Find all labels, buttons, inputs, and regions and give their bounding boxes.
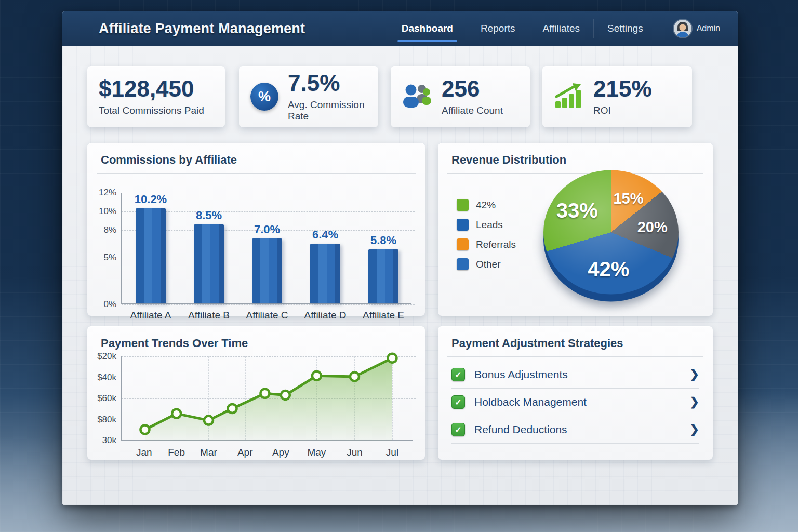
strategy-label: Refund Deductions [474,423,567,436]
bar [194,224,224,303]
legend-swatch [457,199,469,211]
line-x-label: Jun [347,447,363,458]
bar-y-tick-label: 10% [99,206,116,217]
kpi-avg-commission-rate: % 7.5% Avg. Commission Rate [239,66,378,127]
bar [136,208,166,303]
percent-icon: % [250,83,278,111]
bar [310,244,340,303]
line-x-label: Apr [237,447,253,458]
kpi-value: 256 [442,77,503,101]
divider [97,173,416,174]
checkbox-checked-icon[interactable]: ✓ [451,423,465,436]
kpi-label: Affiliate Count [442,105,503,116]
line-chart-svg [122,356,414,441]
tab-affiliates[interactable]: Affiliates [529,19,593,38]
line-x-label: Mar [200,447,217,458]
checkbox-checked-icon[interactable]: ✓ [451,368,465,381]
legend-item: 42% [457,199,516,211]
bar [252,238,282,303]
kpi-total-commissions: $128,450 Total Commissions Paid [87,66,225,127]
strategy-row-bonus-adjustments[interactable]: ✓ Bonus Adjustments ❯ [451,361,699,389]
bar-value-label: 5.8% [370,234,396,247]
pie-slice-label: 42% [588,257,629,281]
kpi-roi: 215% ROI [542,66,692,127]
line-y-tick-label: $20k [97,351,116,362]
legend-label: 42% [476,200,496,211]
line-x-label: Apy [272,447,289,458]
line-x-label: May [307,447,326,458]
line-x-label: Jan [136,447,152,458]
kpi-value: $128,450 [99,77,204,101]
pie-slice-label: 20% [637,218,668,235]
bar [368,249,398,303]
tab-reports[interactable]: Reports [467,19,529,38]
main-nav: Dashboard Reports Affiliates Settings Ad… [388,11,720,46]
legend-label: Leads [476,219,503,231]
line-gridline [122,441,416,441]
line-y-tick-label: $60k [97,393,116,404]
legend-swatch [457,238,469,250]
line-data-point [204,416,213,425]
line-data-point [260,389,269,398]
dashboard-content: $128,450 Total Commissions Paid % 7.5% A… [62,46,738,505]
kpi-label: Avg. Commission Rate [288,99,367,122]
pie-legend: 42%LeadsReferralsOther [457,199,516,270]
bar-category-label: Affiliate B [188,310,230,321]
tab-settings[interactable]: Settings [593,19,657,38]
kpi-label: Total Commissions Paid [99,105,204,116]
legend-swatch [457,258,469,270]
bar-value-label: 6.4% [312,228,338,242]
line-data-point [228,404,236,413]
line-y-tick-label: $80k [97,415,116,425]
divider [447,356,703,357]
bar-y-tick-label: 12% [99,188,116,198]
pie-chart: 15%20%42%33% [543,164,679,309]
line-data-point [140,425,149,434]
line-data-point [312,371,321,380]
bar-category-label: Affiliate C [246,310,288,321]
bar-category-label: Affiliate D [304,310,347,321]
bar-y-tick-label: 0% [103,299,116,310]
bar-category-label: Affiliate A [130,310,171,321]
growth-chart-icon [554,83,584,111]
line-chart-title: Payment Trends Over Time [87,326,425,356]
bar-gridline [122,304,415,305]
bar-value-label: 7.0% [254,223,280,236]
bar-chart-panel: Commissions by Affiliate 12%10%8%5%0%10.… [87,143,425,316]
line-data-point [350,372,359,381]
user-name: Admin [697,24,720,33]
bar-value-label: 10.2% [135,193,167,206]
pie-chart-panel: Revenue Distribution 42%LeadsReferralsOt… [438,143,713,316]
legend-label: Referrals [476,239,516,250]
legend-item: Referrals [457,238,516,250]
strategy-label: Bonus Adjustments [474,368,568,381]
bar-y-tick-label: 8% [103,225,116,235]
legend-item: Leads [457,219,516,231]
strategy-label: Holdback Management [474,396,587,408]
bar-chart-title: Commissions by Affiliate [87,143,425,173]
kpi-label: ROI [593,105,652,116]
user-menu[interactable]: Admin [660,20,720,37]
pie-slice-label: 33% [556,199,598,222]
strategy-row-holdback-management[interactable]: ✓ Holdback Management ❯ [451,389,699,416]
page-title: Affiliate Payment Management [99,21,305,37]
line-y-tick-label: 30k [102,435,116,446]
tab-dashboard[interactable]: Dashboard [388,19,467,38]
line-data-point [172,409,181,418]
line-data-point [388,354,396,363]
users-icon [402,83,432,110]
pie-slice-label: 15% [613,190,643,207]
line-y-tick-label: $40k [97,373,116,383]
legend-swatch [457,219,469,231]
kpi-value: 7.5% [288,71,367,95]
chevron-right-icon: ❯ [690,423,699,436]
bar-value-label: 8.5% [196,209,222,222]
bar-y-tick-label: 5% [103,252,116,263]
checkbox-checked-icon[interactable]: ✓ [451,395,465,409]
strategy-row-refund-deductions[interactable]: ✓ Refund Deductions ❯ [451,416,699,444]
line-chart: $20k$40k$60k$80k30kJanFebMarAprApyMayJun… [121,356,413,441]
avatar [674,20,691,37]
bar-chart: 12%10%8%5%0%10.2%Affiliate A8.5%Affiliat… [121,193,411,304]
chevron-right-icon: ❯ [690,368,699,381]
app-header: Affiliate Payment Management Dashboard R… [62,11,738,46]
